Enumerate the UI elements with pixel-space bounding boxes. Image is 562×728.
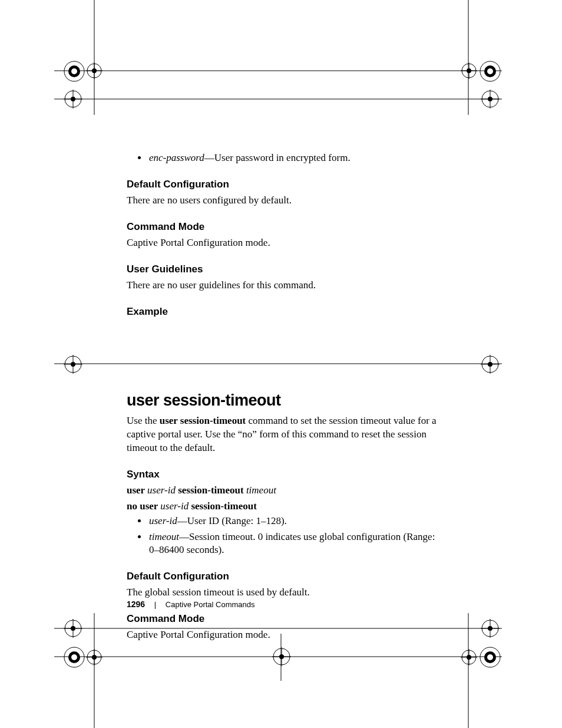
heading-default-config: Default Configuration — [127, 570, 445, 584]
registration-mark-icon — [461, 62, 477, 79]
param-desc: —User ID (Range: 1–128). — [177, 515, 287, 526]
param-list-top: enc-password—User password in encrypted … — [140, 151, 445, 165]
command-intro: Use the user session-timeout command to … — [127, 414, 445, 455]
kw: no user — [127, 500, 160, 512]
svg-point-55 — [487, 654, 493, 660]
kw: session-timeout — [176, 485, 246, 496]
page-footer: 1296 | Captive Portal Commands — [127, 599, 255, 609]
svg-point-44 — [92, 655, 97, 660]
command-title: user session-timeout — [127, 390, 445, 411]
heading-default-config: Default Configuration — [127, 178, 445, 192]
list-item: user-id—User ID (Range: 1–128). — [148, 515, 445, 528]
registration-mark-icon — [64, 647, 85, 668]
arg: timeout — [246, 485, 276, 496]
svg-point-29 — [488, 362, 492, 367]
heading-example: Example — [127, 305, 445, 319]
syntax-no-form: no user user-id session-timeout — [127, 500, 445, 513]
page-number: 1296 — [127, 599, 145, 609]
svg-point-2 — [71, 68, 77, 74]
body-text: Captive Portal Configuration mode. — [127, 628, 445, 642]
kw: session-timeout — [189, 500, 257, 512]
param-term: enc-password — [149, 152, 204, 163]
svg-point-10 — [71, 97, 75, 101]
svg-point-37 — [71, 626, 75, 631]
heading-user-guidelines: User Guidelines — [127, 263, 445, 276]
registration-mark-icon — [480, 647, 501, 668]
param-list: user-id—User ID (Range: 1–128). timeout—… — [140, 515, 445, 558]
heading-command-mode: Command Mode — [127, 220, 445, 234]
registration-mark-icon — [86, 62, 103, 79]
svg-point-40 — [71, 654, 77, 660]
registration-mark-icon — [86, 649, 103, 666]
registration-mark-icon — [481, 90, 500, 108]
body-text: The global session timeout is used by de… — [127, 586, 445, 599]
footer-section-title: Captive Portal Commands — [166, 600, 255, 609]
param-term: user-id — [149, 515, 177, 526]
svg-point-14 — [467, 68, 471, 73]
list-item: enc-password—User password in encrypted … — [148, 151, 445, 165]
registration-mark-icon — [481, 355, 500, 374]
registration-mark-icon — [481, 619, 500, 638]
registration-mark-icon — [480, 61, 501, 82]
param-term: timeout — [149, 531, 179, 542]
heading-command-mode: Command Mode — [127, 612, 445, 626]
text-run: Use the — [127, 415, 160, 426]
svg-point-21 — [488, 97, 492, 101]
page-content: enc-password—User password in encrypted … — [127, 150, 445, 643]
registration-mark-icon — [64, 90, 82, 108]
registration-mark-icon — [64, 61, 85, 82]
param-desc: —Session timeout. 0 indicates use global… — [149, 531, 435, 556]
body-text: There are no user guidelines for this co… — [127, 279, 445, 292]
registration-mark-icon — [272, 647, 291, 666]
arg: user-id — [160, 500, 189, 512]
list-item: timeout—Session timeout. 0 indicates use… — [148, 531, 445, 558]
body-text: There are no users configured by default… — [127, 194, 445, 207]
param-desc: —User password in encrypted form. — [204, 152, 351, 163]
footer-separator: | — [154, 600, 156, 609]
heading-syntax: Syntax — [127, 468, 445, 482]
svg-point-48 — [488, 626, 492, 631]
svg-point-33 — [279, 654, 284, 659]
svg-point-52 — [467, 655, 471, 660]
registration-mark-icon — [461, 649, 477, 666]
syntax-usage: user user-id session-timeout timeout — [127, 484, 445, 498]
text-run-bold: user session-timeout — [160, 415, 246, 426]
body-text: Captive Portal Configuration mode. — [127, 236, 445, 250]
kw: user — [127, 485, 147, 496]
svg-point-25 — [71, 362, 75, 367]
svg-point-6 — [92, 68, 97, 73]
registration-mark-icon — [64, 355, 82, 374]
registration-mark-icon — [64, 619, 82, 638]
svg-point-17 — [487, 68, 493, 74]
arg: user-id — [147, 485, 176, 496]
